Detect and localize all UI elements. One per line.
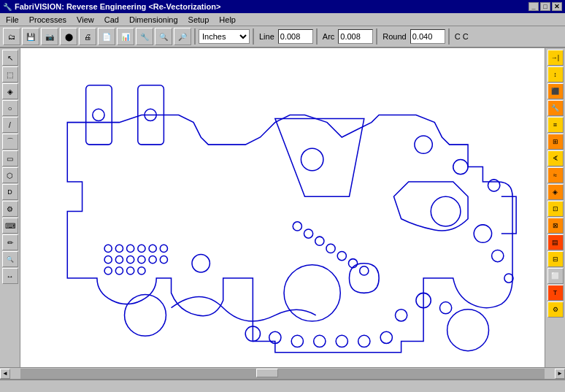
svg-point-35 (314, 335, 326, 347)
svg-point-10 (127, 245, 134, 252)
svg-point-42 (474, 225, 491, 242)
menu-view[interactable]: View (72, 15, 99, 25)
svg-point-18 (149, 256, 156, 264)
right-tool-15[interactable]: T (547, 285, 564, 301)
left-tool-line[interactable]: / (2, 117, 18, 133)
svg-point-17 (138, 256, 145, 264)
status-bar (0, 379, 565, 391)
svg-point-27 (326, 244, 335, 253)
toolbar-btn-9[interactable]: 🔍 (155, 28, 172, 45)
svg-point-38 (380, 331, 392, 343)
left-tool-keyboard[interactable]: ⌨ (2, 218, 18, 234)
svg-point-20 (104, 267, 112, 274)
svg-point-41 (439, 302, 451, 314)
left-tool-diamond[interactable]: ◈ (2, 83, 18, 99)
toolbar-btn-7[interactable]: 📊 (117, 28, 134, 45)
left-tool-pointer[interactable]: ↖ (2, 50, 18, 66)
right-tool-9[interactable]: ◈ (547, 184, 564, 200)
svg-point-9 (115, 245, 123, 252)
left-tool-poly[interactable]: ⬡ (2, 167, 18, 183)
extra-label: C C (453, 32, 471, 41)
arc-input[interactable] (338, 29, 373, 44)
menu-file[interactable]: File (1, 15, 23, 25)
right-tool-8[interactable]: ≈ (547, 167, 564, 183)
toolbar-btn-8[interactable]: 🔧 (136, 28, 153, 45)
toolbar-btn-10[interactable]: 🔎 (174, 28, 191, 45)
right-tool-16[interactable]: ⚙ (547, 301, 564, 318)
menu-dimensioning[interactable]: Dimensioning (125, 15, 182, 25)
toolbar-btn-1[interactable]: 🗂 (3, 28, 20, 45)
svg-point-5 (415, 136, 432, 153)
scroll-right-arrow[interactable]: ► (555, 369, 565, 379)
scroll-thumb[interactable] (256, 369, 278, 377)
svg-point-1 (93, 109, 104, 120)
scroll-left-arrow[interactable]: ◄ (0, 369, 10, 379)
left-tool-arc[interactable]: ⌒ (2, 134, 18, 150)
menu-help[interactable]: Help (215, 15, 240, 25)
toolbar-btn-3[interactable]: 📷 (41, 28, 58, 45)
line-input[interactable] (278, 29, 313, 44)
toolbar-btn-5[interactable]: 🖨 (79, 28, 96, 45)
right-toolbar: →| ↕ ⬛ 🔧 ≡ ⊞ ∢ ≈ ◈ ⊡ ⊠ ▤ ⊟ ⬜ T ⚙ (545, 48, 565, 367)
svg-point-13 (160, 245, 167, 252)
round-input[interactable] (410, 29, 445, 44)
right-tool-4[interactable]: 🔧 (547, 100, 564, 116)
svg-point-43 (492, 250, 504, 261)
svg-point-22 (127, 267, 134, 274)
svg-point-30 (360, 266, 369, 275)
scroll-track[interactable] (20, 369, 545, 379)
svg-rect-0 (86, 85, 112, 145)
svg-point-8 (104, 245, 112, 252)
maximize-button[interactable]: □ (540, 2, 550, 11)
toolbar-btn-2[interactable]: 💾 (22, 28, 39, 45)
title-bar: 🔧 FabriVISION: Reverse Engineering <Re-V… (0, 0, 565, 13)
left-tool-rect[interactable]: ▭ (2, 150, 18, 166)
svg-point-24 (293, 222, 301, 231)
right-tool-3[interactable]: ⬛ (547, 83, 564, 99)
svg-point-19 (160, 256, 167, 264)
svg-point-28 (337, 251, 346, 260)
toolbar-sep-3 (316, 28, 318, 45)
toolbar-btn-6[interactable]: 📄 (98, 28, 115, 45)
minimize-button[interactable]: _ (529, 2, 539, 11)
main-toolbar: 🗂 💾 📷 ⬤ 🖨 📄 📊 🔧 🔍 🔎 Inches Millimeters L… (0, 26, 565, 48)
left-tool-move[interactable]: ↔ (2, 268, 18, 284)
svg-point-46 (431, 196, 461, 226)
left-tool-zoom[interactable]: 🔍 (2, 251, 18, 267)
left-tool-select[interactable]: ⬚ (2, 66, 18, 82)
svg-point-21 (115, 267, 123, 274)
svg-point-25 (304, 229, 312, 238)
svg-point-12 (149, 245, 156, 252)
right-tool-10[interactable]: ⊡ (547, 201, 564, 217)
horizontal-scrollbar[interactable]: ◄ ► (0, 367, 565, 379)
left-tool-pencil[interactable]: ✏ (2, 234, 18, 250)
toolbar-btn-4[interactable]: ⬤ (60, 28, 77, 45)
left-tool-gear[interactable]: ⚙ (2, 201, 18, 217)
right-tool-5[interactable]: ≡ (547, 117, 564, 133)
menu-cad[interactable]: Cad (100, 15, 123, 25)
svg-point-34 (291, 335, 303, 347)
right-tool-11[interactable]: ⊠ (547, 218, 564, 234)
right-tool-14[interactable]: ⬜ (547, 268, 564, 284)
right-tool-1[interactable]: →| (547, 50, 564, 66)
units-select[interactable]: Inches Millimeters (199, 29, 250, 44)
close-button[interactable]: ✕ (552, 2, 562, 11)
left-tool-d[interactable]: D (2, 184, 18, 200)
right-tool-6[interactable]: ⊞ (547, 134, 564, 150)
svg-point-48 (192, 255, 210, 272)
title-text: FabriVISION: Reverse Engineering <Re-Vec… (15, 2, 220, 11)
left-toolbar: ↖ ⬚ ◈ ○ / ⌒ ▭ ⬡ D ⚙ ⌨ ✏ 🔍 ↔ (0, 48, 20, 367)
line-label: Line (257, 32, 277, 41)
canvas-area[interactable] (20, 48, 545, 367)
toolbar-sep-4 (376, 28, 377, 45)
right-tool-12[interactable]: ▤ (547, 234, 564, 250)
right-tool-13[interactable]: ⊟ (547, 251, 564, 267)
window-controls[interactable]: _ □ ✕ (529, 2, 562, 11)
menu-setup[interactable]: Setup (184, 15, 214, 25)
menu-processes[interactable]: Processes (25, 15, 71, 25)
right-tool-7[interactable]: ∢ (547, 150, 564, 166)
right-tool-2[interactable]: ↕ (547, 66, 564, 82)
svg-point-44 (504, 274, 513, 283)
round-label: Round (380, 32, 408, 41)
left-tool-circle[interactable]: ○ (2, 100, 18, 116)
